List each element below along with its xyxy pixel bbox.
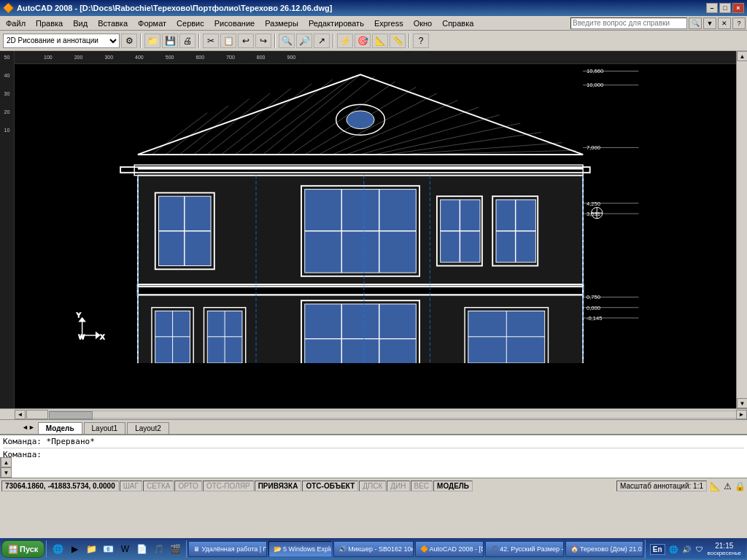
toolbar-btn-redo[interactable]: ↪ xyxy=(255,34,271,48)
status-warning-icon[interactable]: ⚠ xyxy=(724,481,732,491)
svg-text:W: W xyxy=(79,333,85,341)
minimize-button[interactable]: – xyxy=(706,3,718,13)
tab-prev-btn[interactable]: ◄ xyxy=(22,424,28,431)
status-otrack[interactable]: ОТС-ОБЪЕКТ xyxy=(302,481,358,491)
cmd-scroll-down[interactable]: ▼ xyxy=(1,467,12,478)
toolbar-btn-11[interactable]: 📐 xyxy=(372,34,388,48)
tab-layout1[interactable]: Layout1 xyxy=(84,422,126,434)
status-ducs[interactable]: ДПСК xyxy=(359,481,386,491)
toolbar-btn-2[interactable]: 💾 xyxy=(162,34,178,48)
restore-button[interactable]: □ xyxy=(719,3,731,13)
status-step[interactable]: ШАГ xyxy=(120,481,142,491)
status-grid[interactable]: СЕТКА xyxy=(143,481,174,491)
menu-insert[interactable]: Вставка xyxy=(93,18,132,28)
status-snap[interactable]: ПРИВЯЗКА xyxy=(255,481,302,491)
ql-acrobat[interactable]: 📄 xyxy=(133,541,150,557)
toolbar-settings-btn[interactable]: ⚙ xyxy=(121,34,137,48)
drawing-area[interactable]: 50 40 30 20 10 1002003004005006007008009… xyxy=(0,51,747,408)
taskbar-btn-doc[interactable]: 🏠 Терехово (Дом) 21.01.0... xyxy=(565,541,643,557)
taskbar-btn-remote[interactable]: 🖥 Удалённая работа | Пан... xyxy=(188,541,267,557)
toolbar-btn-8[interactable]: ↗ xyxy=(314,34,330,48)
tray-sound[interactable]: 🔊 xyxy=(681,544,692,554)
lang-indicator[interactable]: En xyxy=(650,544,665,555)
tray-network[interactable]: 🌐 xyxy=(668,544,678,554)
toolbar-btn-6[interactable]: 🔍 xyxy=(279,34,295,48)
menu-draw[interactable]: Рисование xyxy=(210,18,259,28)
scroll-thumb[interactable] xyxy=(49,411,93,419)
tab-next-btn[interactable]: ► xyxy=(28,424,35,431)
search-button[interactable]: 🔍 xyxy=(689,18,702,29)
toolbar-btn-9[interactable]: ⚡ xyxy=(337,34,353,48)
menu-dimension[interactable]: Размеры xyxy=(260,18,303,28)
horizontal-scrollbar[interactable]: ◄ ► xyxy=(0,408,747,419)
ql-ie[interactable]: 🌐 xyxy=(50,541,66,557)
tab-model[interactable]: Модель xyxy=(38,422,82,434)
menu-help[interactable]: Справка xyxy=(438,18,478,28)
search-btn3[interactable]: ✕ xyxy=(718,18,731,29)
cmd-scroll-up[interactable]: ▲ xyxy=(1,457,12,467)
menu-express[interactable]: Express xyxy=(370,18,408,28)
menu-view[interactable]: Вид xyxy=(69,18,92,28)
canvas-area[interactable]: 100200300400500600700800900 10,660 10,00… xyxy=(15,51,736,408)
ql-folder[interactable]: 📁 xyxy=(83,541,99,557)
status-lock-icon[interactable]: 🔒 xyxy=(735,481,746,491)
scroll-up-btn[interactable]: ▲ xyxy=(737,51,747,61)
toolbar-btn-3[interactable]: 🖨 xyxy=(179,34,196,48)
ql-misc2[interactable]: 🎬 xyxy=(167,541,183,557)
system-clock[interactable]: 21:15 воскресенье xyxy=(708,542,742,556)
status-model[interactable]: МОДЕЛЬ xyxy=(433,481,473,491)
command-scrollbar[interactable]: ▲ ▼ xyxy=(0,457,11,478)
scroll-left-btn[interactable]: ◄ xyxy=(15,410,26,419)
status-annotation-scale[interactable]: Масштаб аннотаций: 1:1 xyxy=(616,481,707,491)
toolbar-btn-10[interactable]: 🎯 xyxy=(355,34,371,48)
toolbar-btn-undo[interactable]: ↩ xyxy=(238,34,254,48)
scroll-prev-btn[interactable] xyxy=(26,410,48,419)
status-polar[interactable]: ОТС-ПОЛЯР xyxy=(203,481,254,491)
taskbar-btn-mixer[interactable]: 🔊 Микшер - SB0162 10к2 [..} xyxy=(333,541,413,557)
toolbar-btn-5[interactable]: 📋 xyxy=(220,34,236,48)
scroll-bar-area[interactable] xyxy=(49,411,736,419)
start-button[interactable]: 🪟 Пуск xyxy=(1,540,44,558)
taskbar-btn-autocad[interactable]: 🔶 AutoCAD 2008 - [D:\... xyxy=(415,541,484,557)
search-input[interactable] xyxy=(570,18,687,29)
taskbar-btn-music[interactable]: 🎵 42. Русский Размер - Ю... xyxy=(485,541,564,557)
toolbar-btn-1[interactable]: 📁 xyxy=(144,34,160,48)
toolbar-btn-4[interactable]: ✂ xyxy=(203,34,219,48)
menu-window[interactable]: Окно xyxy=(409,18,437,28)
scroll-right-btn[interactable]: ► xyxy=(736,410,747,419)
search-btn4[interactable]: ? xyxy=(732,18,746,29)
menu-format[interactable]: Формат xyxy=(133,18,171,28)
status-ortho[interactable]: ОРТО xyxy=(174,481,201,491)
taskbar-label-explorer: 5 Windows Explorer xyxy=(283,545,332,553)
menu-bar: Файл Правка Вид Вставка Формат Сервис Ри… xyxy=(0,16,747,31)
menu-file[interactable]: Файл xyxy=(1,18,30,28)
status-dyn[interactable]: ДИН xyxy=(387,481,409,491)
ql-media[interactable]: ▶ xyxy=(66,541,82,557)
close-button[interactable]: × xyxy=(732,3,744,13)
menu-modify[interactable]: Редактировать xyxy=(304,18,368,28)
toolbar-btn-12[interactable]: 📏 xyxy=(390,34,406,48)
svg-text:10,000: 10,000 xyxy=(587,82,603,88)
scroll-track[interactable] xyxy=(737,61,747,398)
window-title: AutoCAD 2008 - [D:\Docs\Rabochie\Терехов… xyxy=(17,4,332,12)
taskbar-icon-autocad: 🔶 xyxy=(420,545,428,553)
svg-text:X: X xyxy=(100,333,104,341)
tray-antivirus[interactable]: 🛡 xyxy=(694,544,705,554)
ql-misc[interactable]: 🎵 xyxy=(150,541,166,557)
menu-tools[interactable]: Сервис xyxy=(172,18,209,28)
command-line1: Команда: *Прервано* xyxy=(3,437,744,446)
ql-word[interactable]: W xyxy=(117,541,133,557)
toolbar-btn-13[interactable]: ? xyxy=(413,34,429,48)
menu-edit[interactable]: Правка xyxy=(31,18,67,28)
taskbar-btn-explorer[interactable]: 📂 5 Windows Explorer xyxy=(268,541,332,557)
scroll-down-btn[interactable]: ▼ xyxy=(737,398,747,408)
toolbar-btn-7[interactable]: 🔎 xyxy=(296,34,312,48)
tab-layout2[interactable]: Layout2 xyxy=(127,422,169,434)
workspace-select[interactable]: 2D Рисование и аннотации xyxy=(3,34,120,48)
ql-outlook[interactable]: 📧 xyxy=(100,541,116,557)
vertical-scrollbar[interactable]: ▲ ▼ xyxy=(736,51,747,408)
status-lw[interactable]: ВЕС xyxy=(411,481,433,491)
status-scale-icon[interactable]: 📐 xyxy=(710,481,721,491)
search-btn2[interactable]: ▼ xyxy=(703,18,716,29)
layout-tabs: ◄ ► Модель Layout1 Layout2 xyxy=(0,419,747,434)
